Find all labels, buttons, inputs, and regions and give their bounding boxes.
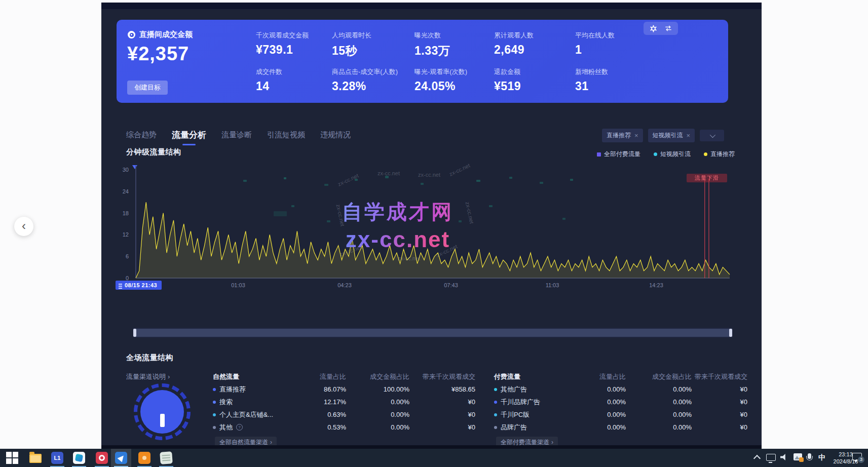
artifact-speck (540, 182, 543, 184)
x-tick: 04:23 (329, 282, 360, 288)
table-row[interactable]: 搜索 12.17% 0.00% ¥0 (213, 396, 475, 408)
tab-traffic-diagnosis[interactable]: 流量诊断 (221, 130, 252, 140)
natural-traffic-table: 自然流量 流量占比 成交金额占比 带来千次观看成交 直播推荐 86.07% 10… (213, 370, 475, 434)
traffic-alert-badge[interactable]: 流量下滑 (687, 174, 727, 182)
l1-app-icon: L1 (51, 452, 63, 464)
donut-fill (140, 390, 184, 434)
series-dot (494, 426, 497, 429)
notification-badge: 3 (858, 456, 864, 463)
table-row[interactable]: 其他广告 0.00% 0.00% ¥0 (494, 383, 747, 396)
metric-card: 新增粉丝数 31 (575, 67, 656, 93)
slider-handle-right[interactable] (729, 329, 732, 337)
start-button[interactable] (6, 451, 19, 464)
legend-item-paid[interactable]: 全部付费流量 (597, 150, 640, 159)
x-tick: 11:03 (537, 282, 568, 288)
gmv-amount: ¥2,357 (127, 43, 189, 65)
series-dot (213, 388, 216, 391)
filter-tags: 直播推荐 × 短视频引流 × (602, 129, 724, 142)
chevron-right-icon: › (270, 439, 272, 446)
line-chart-svg (132, 164, 735, 284)
taskbar-app-l1[interactable]: L1 (51, 451, 64, 464)
tab-traffic-analysis[interactable]: 流量分析 (172, 129, 206, 141)
taskbar-app-red[interactable] (95, 451, 108, 464)
artifact-speck (284, 177, 286, 179)
tab-short-video[interactable]: 引流短视频 (267, 130, 305, 140)
series-dot (213, 426, 216, 429)
close-icon[interactable]: × (687, 133, 691, 138)
windows-taskbar: L1 中 23:13 2024/8/16 3 (0, 449, 868, 467)
traffic-donut-chart (134, 383, 191, 440)
notification-center-icon[interactable]: 3 (852, 453, 862, 461)
series-dot (494, 401, 497, 404)
chart-legend: 全部付费流量 短视频引流 直播推荐 (512, 150, 735, 159)
chart-range-slider[interactable] (133, 328, 733, 338)
slider-track[interactable] (134, 329, 732, 337)
tab-violations[interactable]: 违规情况 (320, 130, 351, 140)
metric-card: 成交件数 14 (256, 67, 337, 93)
artifact-speck (476, 180, 480, 182)
artifact-speck (562, 218, 565, 220)
metric-card: 曝光-观看率(次数) 24.05% (414, 67, 496, 93)
table-row[interactable]: 其他? 0.53% 0.00% ¥0 (213, 421, 475, 434)
microphone-icon[interactable] (808, 453, 811, 459)
chevron-right-icon: › (168, 373, 170, 380)
taskbar-app-orange[interactable] (138, 451, 151, 464)
back-button[interactable]: ‹ (14, 217, 33, 236)
red-ring-app-icon (96, 452, 108, 464)
table-row[interactable]: 千川品牌广告 0.00% 0.00% ¥0 (494, 396, 747, 408)
tab-comprehensive-trend[interactable]: 综合趋势 (126, 130, 157, 140)
chevron-down-icon (710, 132, 715, 137)
table-row[interactable]: 品牌广告 0.00% 0.00% ¥0 (494, 421, 747, 434)
taskbar-app-blue-active[interactable] (115, 451, 128, 464)
artifact-speck (421, 183, 424, 185)
artifact-speck (243, 180, 247, 182)
table-row[interactable]: 千川PC版 0.00% 0.00% ¥0 (494, 408, 747, 421)
table-header: 自然流量 流量占比 成交金额占比 带来千次观看成交 (213, 370, 475, 383)
x-axis-start-label: 08/15 21:43 (116, 281, 162, 290)
target-icon (128, 31, 135, 38)
x-tick: 14:23 (641, 282, 671, 288)
table-row[interactable]: 个人主页&店铺&... 0.63% 0.00% ¥0 (213, 408, 475, 421)
x-tick: 01:03 (223, 282, 253, 288)
filter-dropdown[interactable] (700, 130, 724, 141)
flow-section-title: 全场流量结构 (126, 353, 173, 363)
metric-card: 累计观看人数 2,649 (494, 31, 575, 57)
network-icon[interactable] (766, 454, 776, 461)
live-dashboard: 直播间成交金额 ¥2,357 创建目标 千次观看成交金额 ¥739.1 人均观看… (101, 3, 762, 449)
table-row[interactable]: 直播推荐 86.07% 100.00% ¥858.65 (213, 383, 475, 396)
ime-indicator[interactable]: 中 (818, 453, 825, 462)
legend-dot-icon (654, 152, 657, 156)
legend-item-short-video[interactable]: 短视频引流 (654, 150, 691, 159)
tray-expand-icon[interactable] (753, 455, 761, 462)
banner-tools (644, 22, 678, 35)
orange-app-icon (138, 452, 150, 464)
gear-icon[interactable] (650, 25, 657, 32)
artifact-speck (355, 179, 358, 181)
paid-traffic-table: 付费流量 流量占比 成交金额占比 带来千次观看成交 其他广告 0.00% 0.0… (494, 370, 747, 434)
artifact-speck (570, 179, 573, 181)
channel-note-link[interactable]: 流量渠道说明› (126, 372, 170, 381)
close-icon[interactable]: × (634, 133, 638, 138)
legend-item-live-recommend[interactable]: 直播推荐 (704, 150, 735, 159)
taskbar-app-teal[interactable] (72, 451, 86, 464)
swap-icon[interactable] (664, 25, 672, 32)
taskbar-app-notepad[interactable] (160, 451, 173, 464)
taskbar-app-file-explorer[interactable] (29, 451, 43, 464)
create-goal-button[interactable]: 创建目标 (127, 81, 168, 95)
filter-tag-live-recommend[interactable]: 直播推荐 × (602, 129, 643, 142)
artifact-speck (459, 220, 462, 222)
slider-handle-left[interactable] (133, 329, 136, 337)
blue-arrow-app-icon (115, 452, 127, 464)
notepad-app-icon (160, 451, 173, 464)
window-top-bar (101, 3, 762, 9)
series-dot (213, 413, 216, 416)
chevron-right-icon: › (551, 439, 553, 446)
artifact-speck (489, 205, 493, 207)
snipping-tool-icon[interactable] (794, 453, 802, 460)
filter-tag-short-video[interactable]: 短视频引流 × (648, 129, 695, 142)
minute-traffic-chart[interactable] (132, 164, 735, 284)
volume-icon[interactable] (780, 454, 787, 460)
info-icon[interactable]: ? (236, 424, 243, 431)
folder-icon (29, 454, 42, 463)
artifact-speck (324, 184, 328, 186)
